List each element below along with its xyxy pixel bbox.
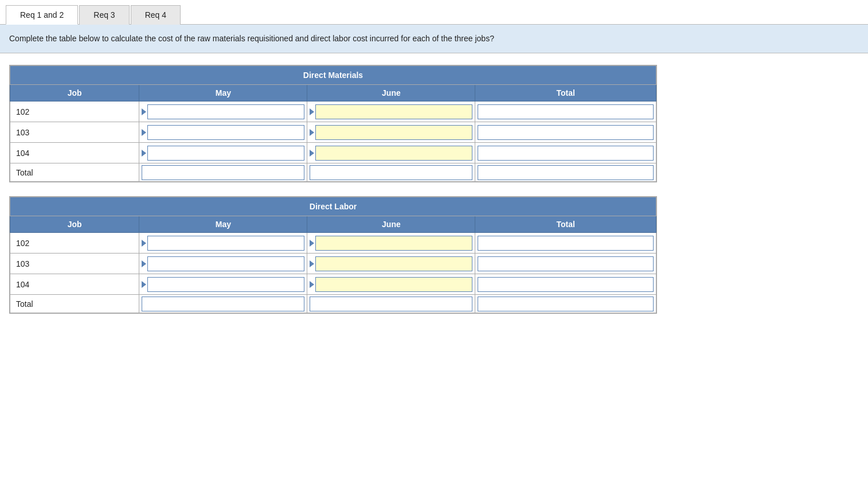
dm-job-102: 102 — [10, 102, 139, 122]
dm-june-103-input[interactable] — [315, 125, 472, 140]
dl-col-total: Total — [475, 216, 656, 233]
dm-june-102-input[interactable] — [315, 104, 472, 119]
arrow-icon — [142, 108, 146, 115]
dm-total-104-input[interactable] — [478, 146, 654, 161]
dl-may-104-cell — [139, 274, 307, 295]
dm-may-104-input[interactable] — [147, 146, 304, 161]
dm-col-may: May — [139, 85, 307, 102]
direct-materials-table: Direct Materials Job May June Total 102 — [10, 65, 656, 182]
dm-col-job: Job — [10, 85, 139, 102]
table-row: Total — [10, 163, 656, 182]
dm-total-103-input[interactable] — [478, 125, 654, 140]
direct-materials-header: Direct Materials — [10, 66, 656, 85]
direct-labor-table: Direct Labor Job May June Total 102 — [10, 197, 656, 313]
instruction-text: Complete the table below to calculate th… — [9, 34, 494, 43]
dl-june-103-cell — [307, 254, 475, 274]
arrow-icon — [310, 281, 314, 288]
dm-job-103: 103 — [10, 122, 139, 143]
dm-job-104: 104 — [10, 143, 139, 163]
dl-may-104-input[interactable] — [147, 277, 304, 292]
dm-total-102-cell — [475, 102, 656, 122]
dl-col-job: Job — [10, 216, 139, 233]
dm-june-102-input-wrapper — [310, 104, 472, 119]
tab-req3[interactable]: Req 3 — [79, 5, 129, 25]
table-row: 103 — [10, 254, 656, 274]
dm-june-102-cell — [307, 102, 475, 122]
dl-grand-total-input[interactable] — [478, 297, 654, 311]
dm-may-103-cell — [139, 122, 307, 143]
arrow-icon — [310, 240, 314, 247]
dm-may-103-input-wrapper — [142, 125, 304, 140]
arrow-icon — [310, 108, 314, 115]
dm-total-104-cell — [475, 143, 656, 163]
dm-may-total-input[interactable] — [142, 165, 304, 180]
arrow-icon — [142, 260, 146, 267]
dl-may-total-cell — [139, 295, 307, 313]
instruction-box: Complete the table below to calculate th… — [0, 25, 868, 53]
table-row: 104 — [10, 274, 656, 295]
dl-may-102-input[interactable] — [147, 236, 304, 251]
dm-june-total-cell — [307, 163, 475, 182]
dm-may-102-input-wrapper — [142, 104, 304, 119]
arrow-icon — [142, 240, 146, 247]
dm-june-103-input-wrapper — [310, 125, 472, 140]
arrow-icon — [142, 150, 146, 157]
arrow-icon — [310, 260, 314, 267]
dl-may-102-cell — [139, 233, 307, 254]
dl-total-102-input[interactable] — [478, 236, 654, 251]
page-container: Req 1 and 2 Req 3 Req 4 Complete the tab… — [0, 0, 868, 499]
dl-may-103-cell — [139, 254, 307, 274]
tab-req12[interactable]: Req 1 and 2 — [6, 5, 78, 25]
dm-col-june: June — [307, 85, 475, 102]
dl-june-total-input[interactable] — [310, 297, 472, 311]
dm-june-104-cell — [307, 143, 475, 163]
dl-grand-total-cell — [475, 295, 656, 313]
dl-total-104-cell — [475, 274, 656, 295]
dl-total-103-input[interactable] — [478, 256, 654, 271]
dm-total-102-input[interactable] — [478, 104, 654, 119]
dm-may-102-input[interactable] — [147, 104, 304, 119]
dl-col-may: May — [139, 216, 307, 233]
dl-june-102-input[interactable] — [315, 236, 472, 251]
dl-june-104-input-wrapper — [310, 277, 472, 292]
dm-may-104-cell — [139, 143, 307, 163]
dm-col-total: Total — [475, 85, 656, 102]
dl-total-label: Total — [10, 295, 139, 313]
arrow-icon — [310, 129, 314, 136]
dl-total-102-cell — [475, 233, 656, 254]
dl-june-104-cell — [307, 274, 475, 295]
dl-june-103-input[interactable] — [315, 256, 472, 271]
table-row: 102 — [10, 102, 656, 122]
table-row: 102 — [10, 233, 656, 254]
dm-may-103-input[interactable] — [147, 125, 304, 140]
tab-req4[interactable]: Req 4 — [131, 5, 181, 25]
dl-may-103-input-wrapper — [142, 256, 304, 271]
arrow-icon — [310, 150, 314, 157]
dl-total-104-input[interactable] — [478, 277, 654, 292]
arrow-icon — [142, 281, 146, 288]
direct-materials-table-wrapper: Direct Materials Job May June Total 102 — [9, 65, 657, 182]
dl-june-103-input-wrapper — [310, 256, 472, 271]
dl-may-103-input[interactable] — [147, 256, 304, 271]
dm-june-total-input[interactable] — [310, 165, 472, 180]
direct-labor-header: Direct Labor — [10, 197, 656, 216]
dm-may-102-cell — [139, 102, 307, 122]
dm-june-103-cell — [307, 122, 475, 143]
content-area: Direct Materials Job May June Total 102 — [0, 53, 868, 339]
dm-may-total-cell — [139, 163, 307, 182]
dm-grand-total-input[interactable] — [478, 165, 654, 180]
tabs-bar: Req 1 and 2 Req 3 Req 4 — [0, 0, 868, 25]
dl-job-102: 102 — [10, 233, 139, 254]
dl-june-104-input[interactable] — [315, 277, 472, 292]
dm-june-104-input[interactable] — [315, 146, 472, 161]
direct-labor-table-wrapper: Direct Labor Job May June Total 102 — [9, 196, 657, 314]
dl-may-total-input[interactable] — [142, 297, 304, 311]
dl-june-total-cell — [307, 295, 475, 313]
table-row: Total — [10, 295, 656, 313]
dl-job-103: 103 — [10, 254, 139, 274]
dm-may-104-input-wrapper — [142, 146, 304, 161]
table-row: 103 — [10, 122, 656, 143]
dm-total-label: Total — [10, 163, 139, 182]
dl-may-102-input-wrapper — [142, 236, 304, 251]
dl-may-104-input-wrapper — [142, 277, 304, 292]
